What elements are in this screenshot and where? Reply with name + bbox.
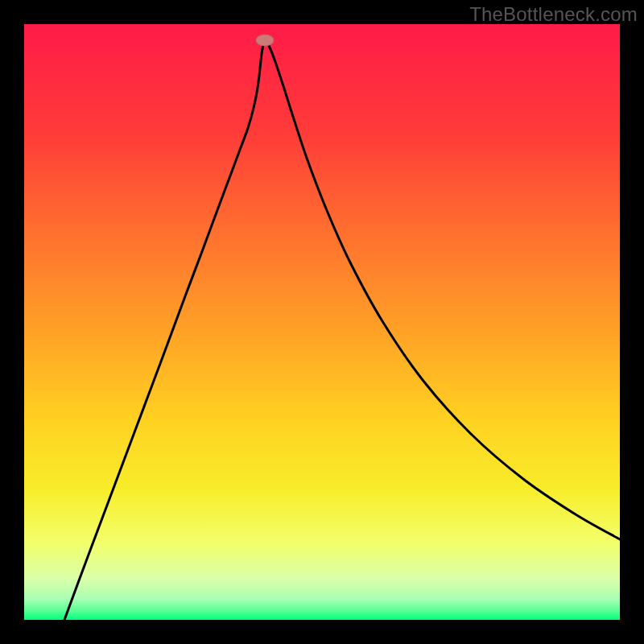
- plot-area: [24, 24, 620, 620]
- curve-svg: [24, 24, 620, 620]
- chart-frame: TheBottleneck.com: [0, 0, 644, 644]
- optimum-marker: [256, 35, 274, 46]
- bottleneck-curve: [64, 42, 620, 620]
- watermark-text: TheBottleneck.com: [469, 3, 638, 26]
